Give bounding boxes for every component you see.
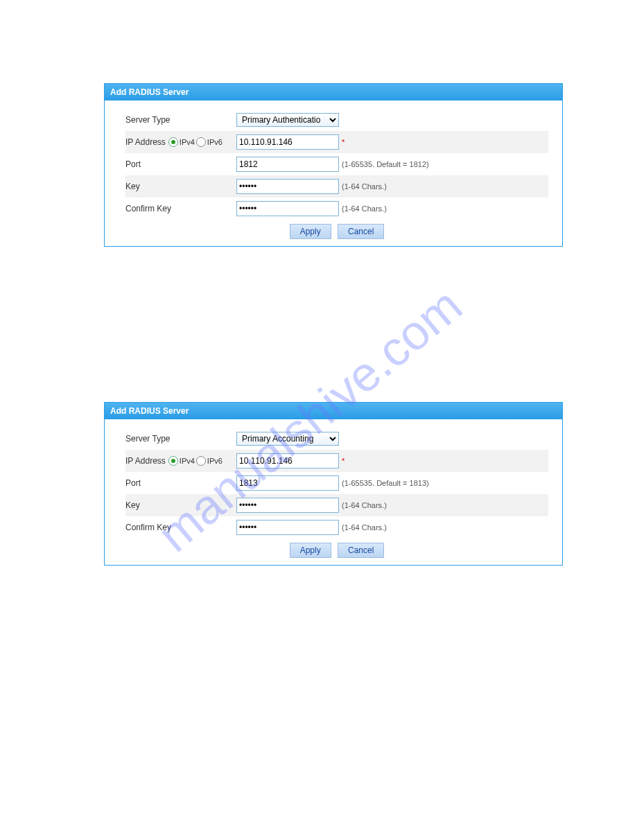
ip-address-label-text: IP Address xyxy=(125,137,166,147)
confirm-key-input[interactable] xyxy=(236,520,339,535)
label-port: Port xyxy=(125,478,236,488)
key-input[interactable] xyxy=(236,179,339,194)
ipv4-radio[interactable] xyxy=(168,456,178,466)
ipv6-label: IPv6 xyxy=(207,138,223,146)
button-row: Apply Cancel xyxy=(125,539,548,562)
button-row: Apply Cancel xyxy=(125,220,548,243)
confirm-key-hint: (1-64 Chars.) xyxy=(342,523,387,532)
key-input[interactable] xyxy=(236,498,339,513)
ipv4-radio[interactable] xyxy=(168,137,178,147)
port-hint: (1-65535. Default = 1812) xyxy=(342,160,429,168)
confirm-key-hint: (1-64 Chars.) xyxy=(342,204,387,213)
ip-address-label-text: IP Address xyxy=(125,456,166,466)
apply-button[interactable]: Apply xyxy=(290,543,331,558)
label-ip-address: IP Address IPv4 IPv6 xyxy=(125,137,236,147)
panel-title: Add RADIUS Server xyxy=(105,84,562,100)
row-confirm-key: Confirm Key (1-64 Chars.) xyxy=(125,198,548,220)
row-port: Port (1-65535. Default = 1812) xyxy=(125,153,548,175)
ipv4-label: IPv4 xyxy=(180,457,195,465)
label-confirm-key: Confirm Key xyxy=(125,523,236,532)
ip-address-input[interactable] xyxy=(236,134,339,150)
row-key: Key (1-64 Chars.) xyxy=(125,494,548,516)
server-type-select[interactable]: Primary Accounting xyxy=(236,432,339,446)
cancel-button[interactable]: Cancel xyxy=(338,224,384,239)
port-hint: (1-65535. Default = 1813) xyxy=(342,479,429,487)
add-radius-server-panel-1: Add RADIUS Server Server Type Primary Au… xyxy=(104,83,563,247)
required-asterisk: * xyxy=(342,138,345,146)
row-ip-address: IP Address IPv4 IPv6 * xyxy=(125,450,548,472)
row-ip-address: IP Address IPv4 IPv6 * xyxy=(125,131,548,153)
key-hint: (1-64 Chars.) xyxy=(342,182,387,191)
label-key: Key xyxy=(125,500,236,510)
label-port: Port xyxy=(125,159,236,169)
label-server-type: Server Type xyxy=(125,434,236,444)
ipv6-label: IPv6 xyxy=(207,457,223,465)
ipv4-label: IPv4 xyxy=(180,138,195,146)
server-type-select[interactable]: Primary Authenticatio xyxy=(236,113,339,127)
label-key: Key xyxy=(125,182,236,191)
row-key: Key (1-64 Chars.) xyxy=(125,175,548,198)
ipv6-radio[interactable] xyxy=(196,137,206,147)
row-server-type: Server Type Primary Authenticatio xyxy=(125,109,548,131)
panel-body: Server Type Primary Accounting IP Addres… xyxy=(105,419,562,565)
ipv6-radio[interactable] xyxy=(196,456,206,466)
key-hint: (1-64 Chars.) xyxy=(342,501,387,509)
panel-body: Server Type Primary Authenticatio IP Add… xyxy=(105,100,562,246)
cancel-button[interactable]: Cancel xyxy=(338,543,384,558)
label-ip-address: IP Address IPv4 IPv6 xyxy=(125,456,236,466)
port-input[interactable] xyxy=(236,475,339,491)
required-asterisk: * xyxy=(342,457,345,465)
confirm-key-input[interactable] xyxy=(236,201,339,216)
apply-button[interactable]: Apply xyxy=(290,224,331,239)
add-radius-server-panel-2: Add RADIUS Server Server Type Primary Ac… xyxy=(104,402,563,566)
label-server-type: Server Type xyxy=(125,115,236,125)
row-server-type: Server Type Primary Accounting xyxy=(125,428,548,450)
ip-address-input[interactable] xyxy=(236,453,339,469)
row-confirm-key: Confirm Key (1-64 Chars.) xyxy=(125,516,548,539)
label-confirm-key: Confirm Key xyxy=(125,204,236,213)
row-port: Port (1-65535. Default = 1813) xyxy=(125,472,548,494)
port-input[interactable] xyxy=(236,157,339,172)
panel-title: Add RADIUS Server xyxy=(105,403,562,419)
